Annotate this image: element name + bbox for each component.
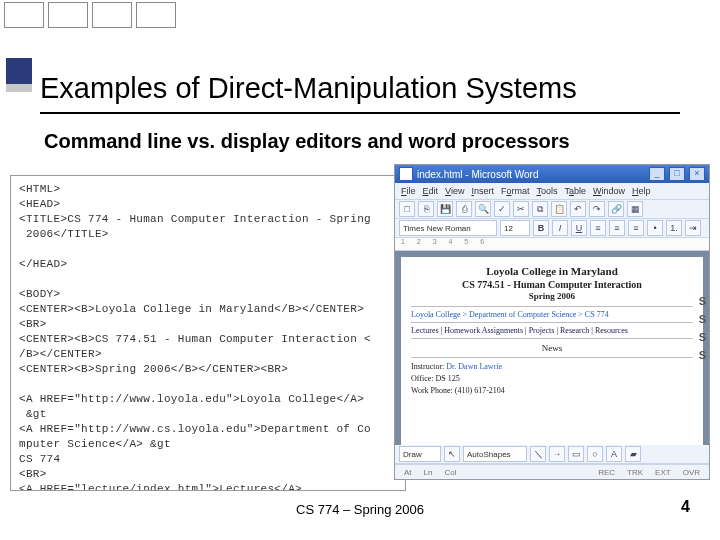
slide-subtitle: Command line vs. display editors and wor… — [44, 130, 570, 153]
spell-icon[interactable]: ✓ — [494, 201, 510, 217]
close-button[interactable]: × — [689, 167, 705, 181]
footer: CS 774 – Spring 2006 — [0, 502, 720, 517]
page: Loyola College in Maryland CS 774.51 - H… — [401, 257, 703, 445]
open-icon[interactable]: ⎘ — [418, 201, 434, 217]
menu-file[interactable]: File — [401, 186, 416, 196]
status-col: Col — [441, 468, 459, 477]
pointer-icon[interactable]: ↖ — [444, 446, 460, 462]
side-markers: S S S S — [699, 292, 706, 364]
status-ext: EXT — [652, 468, 674, 477]
standard-toolbar: □ ⎘ 💾 ⎙ 🔍 ✓ ✂ ⧉ 📋 ↶ ↷ 🔗 ▦ — [395, 200, 709, 219]
page-number: 4 — [681, 498, 690, 516]
phone: (410) 617-2104 — [455, 386, 505, 395]
menu-window[interactable]: Window — [593, 186, 625, 196]
rect-icon[interactable]: ▭ — [568, 446, 584, 462]
new-icon[interactable]: □ — [399, 201, 415, 217]
phone-label: Work Phone: — [411, 386, 453, 395]
undo-icon[interactable]: ↶ — [570, 201, 586, 217]
indent-icon[interactable]: ⇥ — [685, 220, 701, 236]
autoshapes[interactable]: AutoShapes — [463, 446, 527, 462]
menu-view[interactable]: View — [445, 186, 464, 196]
line-icon[interactable]: ＼ — [530, 446, 546, 462]
office-label: Office: — [411, 374, 434, 383]
hr — [411, 322, 693, 323]
cut-icon[interactable]: ✂ — [513, 201, 529, 217]
slide-title: Examples of Direct-Manipulation Systems — [40, 72, 577, 105]
menu-tools[interactable]: Tools — [536, 186, 557, 196]
textbox-icon[interactable]: A — [606, 446, 622, 462]
doc-info: Instructor: Dr. Dawn Lawrie Office: DS 1… — [411, 361, 693, 397]
table-icon[interactable]: ▦ — [627, 201, 643, 217]
align-left-icon[interactable]: ≡ — [590, 220, 606, 236]
font-select[interactable]: Times New Roman — [399, 220, 497, 236]
ruler: 1 2 3 4 5 6 — [395, 238, 709, 251]
accent-square — [6, 58, 32, 84]
numbers-icon[interactable]: 1. — [666, 220, 682, 236]
status-at: At — [401, 468, 415, 477]
copy-icon[interactable]: ⧉ — [532, 201, 548, 217]
preview-icon[interactable]: 🔍 — [475, 201, 491, 217]
thumb — [48, 2, 88, 28]
office: DS 125 — [436, 374, 460, 383]
underline-button[interactable]: U — [571, 220, 587, 236]
word-window: index.html - Microsoft Word _ □ × File E… — [394, 164, 710, 480]
status-bar: At Ln Col REC TRK EXT OVR — [395, 464, 709, 479]
minimize-button[interactable]: _ — [649, 167, 665, 181]
fill-icon[interactable]: ▰ — [625, 446, 641, 462]
save-icon[interactable]: 💾 — [437, 201, 453, 217]
status-ln: Ln — [421, 468, 436, 477]
thumbnail-strip — [0, 0, 720, 28]
bullets-icon[interactable]: • — [647, 220, 663, 236]
menu-format[interactable]: Format — [501, 186, 530, 196]
menu-table[interactable]: Table — [564, 186, 586, 196]
arrow-icon[interactable]: → — [549, 446, 565, 462]
menu-bar: File Edit View Insert Format Tools Table… — [395, 183, 709, 200]
hr — [411, 357, 693, 358]
maximize-button[interactable]: □ — [669, 167, 685, 181]
draw-menu[interactable]: Draw — [399, 446, 441, 462]
word-icon — [399, 167, 413, 181]
title-rule — [40, 112, 680, 114]
doc-h3: Spring 2006 — [411, 291, 693, 301]
hr — [411, 306, 693, 307]
hr — [411, 338, 693, 339]
drawing-toolbar: Draw ↖ AutoShapes ＼ → ▭ ○ A ▰ — [395, 445, 709, 464]
status-ovr: OVR — [680, 468, 703, 477]
doc-h1: Loyola College in Maryland — [411, 265, 693, 277]
paste-icon[interactable]: 📋 — [551, 201, 567, 217]
size-select[interactable]: 12 — [500, 220, 530, 236]
doc-crumb: Loyola College > Department of Computer … — [411, 310, 693, 319]
document-area[interactable]: Loyola College in Maryland CS 774.51 - H… — [395, 251, 709, 445]
thumb — [92, 2, 132, 28]
status-trk: TRK — [624, 468, 646, 477]
menu-insert[interactable]: Insert — [471, 186, 494, 196]
print-icon[interactable]: ⎙ — [456, 201, 472, 217]
command-line-panel: <HTML> <HEAD> <TITLE>CS 774 - Human Comp… — [10, 175, 406, 491]
status-rec: REC — [595, 468, 618, 477]
redo-icon[interactable]: ↷ — [589, 201, 605, 217]
doc-news: News — [411, 343, 693, 353]
titlebar: index.html - Microsoft Word _ □ × — [395, 165, 709, 183]
accent-bar — [6, 84, 32, 92]
window-title: index.html - Microsoft Word — [417, 169, 539, 180]
bold-button[interactable]: B — [533, 220, 549, 236]
align-right-icon[interactable]: ≡ — [628, 220, 644, 236]
format-toolbar: Times New Roman 12 B I U ≡ ≡ ≡ • 1. ⇥ — [395, 219, 709, 238]
menu-help[interactable]: Help — [632, 186, 651, 196]
italic-button[interactable]: I — [552, 220, 568, 236]
thumb — [4, 2, 44, 28]
doc-links: Lectures | Homework Assignments | Projec… — [411, 326, 693, 335]
instructor-link[interactable]: Dr. Dawn Lawrie — [446, 362, 502, 371]
oval-icon[interactable]: ○ — [587, 446, 603, 462]
thumb — [136, 2, 176, 28]
align-center-icon[interactable]: ≡ — [609, 220, 625, 236]
doc-h2: CS 774.51 - Human Computer Interaction — [411, 279, 693, 290]
instructor-label: Instructor: — [411, 362, 444, 371]
menu-edit[interactable]: Edit — [423, 186, 439, 196]
link-icon[interactable]: 🔗 — [608, 201, 624, 217]
